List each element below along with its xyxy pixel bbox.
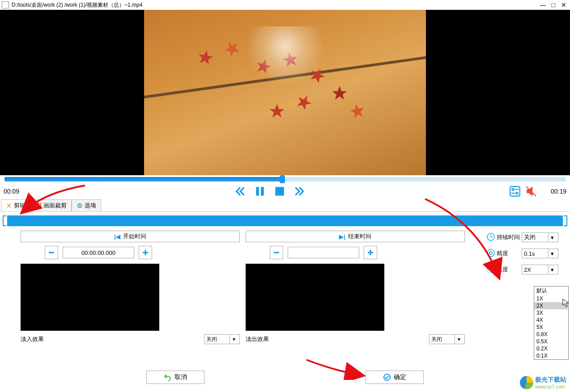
svg-point-4 <box>512 189 514 190</box>
svg-point-22 <box>384 374 390 380</box>
speed-dropdown[interactable]: 默认 1X 2X 3X 4X 5X 0.8X 0.5X 0.2X 0.1X <box>534 286 569 360</box>
end-marker-icon: ▶| <box>339 233 345 240</box>
speed-option[interactable]: 3X <box>534 309 568 316</box>
clip-left-handle[interactable] <box>3 215 6 226</box>
logo-swirl-icon <box>520 376 533 389</box>
ok-button[interactable]: 确定 <box>366 371 424 384</box>
titlebar: D:/tools/桌面/work (2) /work (1)/视频素材（总）~1… <box>0 0 570 10</box>
check-circle-icon <box>383 373 391 381</box>
annotation-arrow <box>304 358 371 380</box>
end-plus-button[interactable] <box>364 246 377 259</box>
start-time-input[interactable] <box>63 247 134 258</box>
chevron-down-icon: ▾ <box>548 249 556 258</box>
speed-option[interactable]: 0.8X <box>534 331 568 338</box>
speed-option[interactable]: 4X <box>534 316 568 324</box>
speed-option[interactable]: 5X <box>534 324 568 331</box>
end-time-input[interactable] <box>288 247 359 258</box>
video-preview <box>0 10 570 175</box>
forward-button[interactable] <box>294 185 305 197</box>
precision-select[interactable]: 0.1s ▾ <box>522 249 558 258</box>
stop-button[interactable] <box>274 185 285 197</box>
time-total: 00:19 <box>540 188 566 195</box>
chevron-down-icon: ▾ <box>455 335 463 344</box>
video-frame <box>144 10 426 175</box>
pause-button[interactable] <box>254 185 266 197</box>
undo-icon <box>164 373 172 381</box>
svg-rect-3 <box>510 186 520 196</box>
clip-right-handle[interactable] <box>564 215 567 226</box>
start-minus-button[interactable] <box>45 246 58 259</box>
rewind-button[interactable] <box>234 185 246 197</box>
duration-select[interactable]: 关闭 ▾ <box>522 232 558 242</box>
fade-in-label: 淡入效果 <box>21 335 204 343</box>
speed-option[interactable]: 0.5X <box>534 338 568 345</box>
maximize-button[interactable]: □ <box>549 1 558 8</box>
svg-rect-1 <box>261 187 264 196</box>
speed-option[interactable]: 0.2X <box>534 345 568 352</box>
svg-rect-2 <box>275 187 284 196</box>
speed-option[interactable]: 默认 <box>534 287 568 295</box>
speed-option[interactable]: 0.1X <box>534 352 568 359</box>
window-title: D:/tools/桌面/work (2) /work (1)/视频素材（总）~1… <box>12 1 538 9</box>
scissors-icon <box>6 202 12 209</box>
svg-rect-0 <box>256 187 259 196</box>
progress-bar[interactable] <box>0 175 570 183</box>
app-icon <box>2 1 9 8</box>
end-preview-thumb <box>246 264 384 331</box>
start-marker-icon: |◀ <box>114 233 120 240</box>
settings-icon[interactable] <box>509 185 521 197</box>
speed-select[interactable]: 2X ▾ <box>522 265 558 274</box>
mute-icon[interactable] <box>525 185 537 197</box>
fade-out-label: 淡出效果 <box>246 335 429 343</box>
minimize-button[interactable]: — <box>538 1 547 8</box>
start-time-button[interactable]: |◀ 开始时间 <box>21 231 240 242</box>
chevron-down-icon: ▾ <box>230 335 238 344</box>
end-minus-button[interactable] <box>270 246 283 259</box>
chevron-down-icon: ▾ <box>548 265 556 274</box>
annotation-arrow <box>421 197 510 286</box>
mouse-cursor <box>562 299 570 308</box>
annotation-arrow <box>18 183 89 219</box>
progress-thumb[interactable] <box>280 175 285 183</box>
start-preview-thumb <box>21 264 159 331</box>
cancel-button[interactable]: 取消 <box>146 371 204 384</box>
fade-in-select[interactable]: 关闭 ▾ <box>204 334 240 344</box>
fade-out-select[interactable]: 关闭 ▾ <box>429 334 465 344</box>
watermark-logo: 极光下载站 www.xz7.com <box>520 376 566 389</box>
chevron-down-icon: ▾ <box>548 233 556 242</box>
close-button[interactable]: ✕ <box>559 1 568 8</box>
svg-point-6 <box>516 192 518 194</box>
start-plus-button[interactable] <box>139 246 152 259</box>
